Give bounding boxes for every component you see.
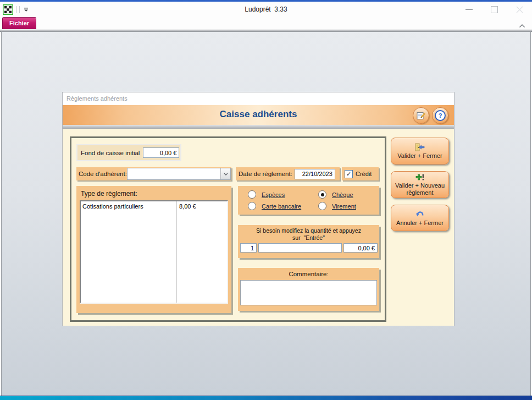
- radio-carte-bancaire[interactable]: Carte bancaire: [248, 202, 318, 210]
- radio-icon: [318, 190, 326, 199]
- type-reglement-group: Type de règlement: Cotisations particuli…: [76, 186, 231, 313]
- modify-icon: [417, 112, 425, 120]
- valider-nouveau-button[interactable]: Valider + Nouveau règlement: [391, 171, 449, 198]
- titlebar: Ludoprêt 3.33: [0, 2, 532, 17]
- type-reglement-list[interactable]: Cotisations particuliers 8,00 €: [80, 200, 228, 304]
- date-reglement-row: Date de règlement:: [236, 167, 340, 180]
- fond-caisse-input[interactable]: [143, 147, 179, 158]
- credit-label: Crédit: [356, 171, 372, 177]
- radio-especes[interactable]: Espèces: [248, 190, 318, 199]
- quantity-input[interactable]: [240, 243, 257, 253]
- quantity-amount-input[interactable]: [343, 243, 378, 253]
- bottom-status-bar: [0, 396, 532, 400]
- radio-cheque[interactable]: Chèque: [318, 190, 379, 199]
- window-controls: [461, 2, 528, 17]
- dialog-header: Caisse adhérents ?: [63, 105, 454, 125]
- comment-label: Commentaire:: [238, 268, 379, 277]
- type-reglement-label: Type de règlement:: [76, 186, 231, 200]
- fond-caisse-group: Fond de caisse initial: [76, 144, 181, 161]
- app-window: Ludoprêt 3.33 Fichier Règlements adhéren…: [0, 0, 532, 400]
- radio-virement[interactable]: Virement: [318, 202, 379, 210]
- radio-icon: [248, 202, 256, 210]
- radio-icon: [248, 190, 256, 199]
- quantity-hint: Si besoin modifiez la quantité et appuye…: [238, 225, 379, 242]
- dialog-reglements-adherents: Règlements adhérents Caisse adhérents ?: [62, 92, 455, 326]
- code-adherent-label: Code d'adhérent:: [76, 171, 127, 177]
- fond-caisse-label: Fond de caisse initial: [77, 150, 140, 156]
- comment-textarea[interactable]: [240, 280, 377, 305]
- maximize-icon[interactable]: [486, 3, 502, 15]
- code-adherent-combobox[interactable]: [127, 168, 231, 180]
- header-divider: [63, 125, 454, 129]
- list-column-divider: [176, 201, 177, 303]
- payment-method-group: Espèces Chèque Carte bancaire Virement: [238, 186, 379, 215]
- close-icon[interactable]: [511, 3, 528, 15]
- dialog-body: Fond de caisse initial Code d'adhérent:: [63, 129, 454, 326]
- page-title: Caisse adhérents: [63, 105, 454, 124]
- code-adherent-row: Code d'adhérent:: [76, 167, 231, 180]
- quantity-description-input[interactable]: [258, 243, 342, 253]
- date-reglement-label: Date de règlement:: [236, 171, 292, 177]
- help-icon: ?: [435, 110, 446, 121]
- list-row[interactable]: Cotisations particuliers 8,00 €: [81, 201, 227, 211]
- door-arrow-icon: [415, 143, 425, 151]
- comment-group: Commentaire:: [238, 268, 379, 311]
- radio-icon: [318, 202, 326, 210]
- credit-group: ✓ Crédit: [342, 167, 379, 180]
- plus-new-icon: [415, 173, 424, 181]
- window-title: Ludoprêt 3.33: [0, 2, 532, 17]
- chevron-down-icon[interactable]: [220, 168, 230, 179]
- annuler-fermer-button[interactable]: Annuler + Fermer: [391, 205, 449, 231]
- dialog-title: Règlements adhérents: [63, 92, 454, 105]
- quantity-group: Si besoin modifiez la quantité et appuye…: [238, 225, 379, 258]
- tab-fichier[interactable]: Fichier: [2, 17, 36, 29]
- list-row-type: Cotisations particuliers: [81, 203, 176, 210]
- modify-button[interactable]: [413, 107, 429, 124]
- help-button[interactable]: ?: [432, 107, 448, 124]
- ribbon-tab-row: Fichier: [0, 17, 532, 29]
- list-row-amount: 8,00 €: [176, 203, 196, 210]
- code-adherent-input[interactable]: [128, 168, 220, 179]
- main-form-panel: Fond de caisse initial Code d'adhérent:: [70, 136, 386, 322]
- minimize-icon[interactable]: [461, 3, 477, 15]
- undo-icon: [415, 210, 424, 218]
- valider-fermer-button[interactable]: Valider + Fermer: [391, 138, 449, 165]
- credit-checkbox[interactable]: ✓: [345, 170, 353, 178]
- date-reglement-input[interactable]: [295, 169, 335, 179]
